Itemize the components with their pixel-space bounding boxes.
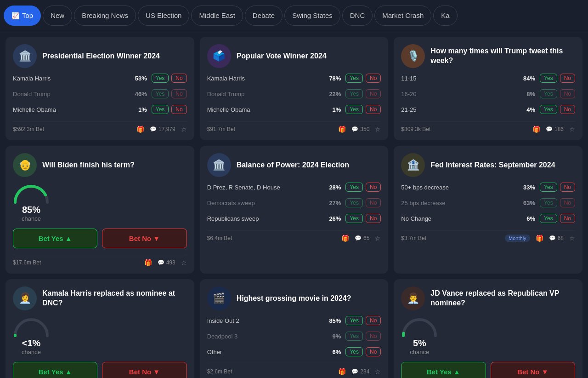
yes-button[interactable]: Yes xyxy=(345,316,363,325)
option-label: Other xyxy=(207,349,333,355)
card-avatar: 🎙️ xyxy=(401,44,425,68)
comment-icon[interactable]: 💬17,979 xyxy=(150,126,175,132)
nav-item-middle-east[interactable]: Middle East xyxy=(191,6,243,26)
nav-item-us-election[interactable]: US Election xyxy=(138,6,189,26)
nav-item-label: Breaking News xyxy=(82,11,128,19)
comment-icon[interactable]: 💬186 xyxy=(546,126,564,132)
yes-button[interactable]: Yes xyxy=(345,74,363,83)
no-button[interactable]: No xyxy=(366,198,381,207)
star-icon[interactable]: ☆ xyxy=(375,235,381,242)
no-button[interactable]: No xyxy=(560,105,575,114)
comment-icon[interactable]: 💬493 xyxy=(158,259,175,266)
gauge-label: chance xyxy=(22,215,41,222)
nav-item-new[interactable]: New xyxy=(43,6,72,26)
gift-icon[interactable]: 🎁 xyxy=(532,126,540,133)
yes-button[interactable]: Yes xyxy=(152,89,169,98)
option-pct: 85% xyxy=(329,317,341,324)
no-button[interactable]: No xyxy=(366,183,381,192)
bet-yes-button[interactable]: Bet Yes ▲ xyxy=(13,362,97,378)
card-header: 🎙️How many times will Trump tweet this w… xyxy=(401,44,575,68)
bet-yes-button[interactable]: Bet Yes ▲ xyxy=(401,362,486,378)
card-avatar: 🎬 xyxy=(207,286,231,310)
comment-icon[interactable]: 💬65 xyxy=(355,235,369,241)
yes-button[interactable]: Yes xyxy=(152,105,169,114)
yes-button[interactable]: Yes xyxy=(152,74,169,83)
comment-icon[interactable]: 💬234 xyxy=(351,368,369,375)
yes-button[interactable]: Yes xyxy=(540,214,557,223)
no-button[interactable]: No xyxy=(560,183,575,192)
star-icon[interactable]: ☆ xyxy=(569,235,575,242)
no-button[interactable]: No xyxy=(366,74,381,83)
yes-button[interactable]: Yes xyxy=(540,183,557,192)
bet-yes-button[interactable]: Bet Yes ▲ xyxy=(13,229,97,248)
no-button[interactable]: No xyxy=(366,105,381,114)
bet-no-button[interactable]: Bet No ▼ xyxy=(491,362,575,378)
comment-bubble-icon: 💬 xyxy=(351,126,358,132)
option-row: Kamala Harris53%YesNo xyxy=(13,73,187,84)
nav-item-ka[interactable]: Ka xyxy=(433,6,457,26)
footer-actions: Monthly🎁💬68☆ xyxy=(505,235,575,242)
nav-item-label: New xyxy=(51,11,64,19)
nav-item-breaking[interactable]: Breaking News xyxy=(74,6,136,26)
nav-item-debate[interactable]: Debate xyxy=(245,6,283,26)
star-icon[interactable]: ☆ xyxy=(569,126,575,133)
yes-button[interactable]: Yes xyxy=(345,183,363,192)
yes-button[interactable]: Yes xyxy=(345,89,363,98)
option-pct: 26% xyxy=(329,215,341,222)
gift-icon[interactable]: 🎁 xyxy=(338,368,346,375)
no-button[interactable]: No xyxy=(171,74,187,83)
no-button[interactable]: No xyxy=(366,214,381,223)
yes-button[interactable]: Yes xyxy=(345,332,363,341)
comment-count: 350 xyxy=(360,126,369,132)
yes-button[interactable]: Yes xyxy=(345,105,363,114)
no-button[interactable]: No xyxy=(560,198,575,207)
yes-button[interactable]: Yes xyxy=(540,105,557,114)
main-grid: 🏛️Presidential Election Winner 2024Kamal… xyxy=(0,31,588,378)
card-avatar: 👴 xyxy=(13,153,37,177)
option-pct: 1% xyxy=(138,106,147,113)
card-card-8: 🎬Highest grossing movie in 2024?Inside O… xyxy=(200,279,389,378)
gift-icon[interactable]: 🎁 xyxy=(536,235,543,242)
comment-icon[interactable]: 💬68 xyxy=(549,235,564,241)
nav-item-swing-states[interactable]: Swing States xyxy=(284,6,340,26)
yes-button[interactable]: Yes xyxy=(540,89,557,98)
option-row: Donald Trump22%YesNo xyxy=(207,88,381,99)
gift-icon[interactable]: 🎁 xyxy=(341,235,349,242)
footer-actions: 🎁💬234☆ xyxy=(338,368,381,375)
card-card-7: 👩‍💼Kamala Harris replaced as nominee at … xyxy=(6,279,194,378)
nav-item-dnc[interactable]: DNC xyxy=(342,6,373,26)
no-button[interactable]: No xyxy=(171,89,187,98)
bet-no-button[interactable]: Bet No ▼ xyxy=(102,362,187,378)
star-icon[interactable]: ☆ xyxy=(181,259,187,266)
trend-icon: 📈 xyxy=(11,12,19,19)
yes-button[interactable]: Yes xyxy=(540,74,557,83)
no-button[interactable]: No xyxy=(560,74,575,83)
comment-bubble-icon: 💬 xyxy=(158,259,164,266)
no-button[interactable]: No xyxy=(171,105,187,114)
gift-icon[interactable]: 🎁 xyxy=(136,126,144,133)
no-button[interactable]: No xyxy=(366,89,381,98)
no-button[interactable]: No xyxy=(560,89,575,98)
yes-button[interactable]: Yes xyxy=(345,198,363,207)
card-avatar: 🏛️ xyxy=(13,44,37,68)
nav-item-top[interactable]: 📈Top xyxy=(4,6,41,26)
star-icon[interactable]: ☆ xyxy=(375,126,381,133)
star-icon[interactable]: ☆ xyxy=(375,368,381,375)
gift-icon[interactable]: 🎁 xyxy=(338,126,346,133)
no-button[interactable]: No xyxy=(560,214,575,223)
no-button[interactable]: No xyxy=(366,332,381,341)
no-button[interactable]: No xyxy=(366,347,381,356)
star-icon[interactable]: ☆ xyxy=(181,126,187,133)
comment-icon[interactable]: 💬350 xyxy=(351,126,369,132)
bet-amount: $592.3m Bet xyxy=(13,126,44,132)
bet-buttons: Bet Yes ▲Bet No ▼ xyxy=(401,362,575,378)
gift-icon[interactable]: 🎁 xyxy=(144,259,152,266)
comment-bubble-icon: 💬 xyxy=(355,235,362,241)
no-button[interactable]: No xyxy=(366,316,381,325)
bet-no-button[interactable]: Bet No ▼ xyxy=(102,229,187,248)
yes-button[interactable]: Yes xyxy=(345,214,363,223)
option-pct: 22% xyxy=(329,91,341,97)
yes-button[interactable]: Yes xyxy=(540,198,557,207)
nav-item-market-crash[interactable]: Market Crash xyxy=(374,6,431,26)
yes-button[interactable]: Yes xyxy=(345,347,363,356)
